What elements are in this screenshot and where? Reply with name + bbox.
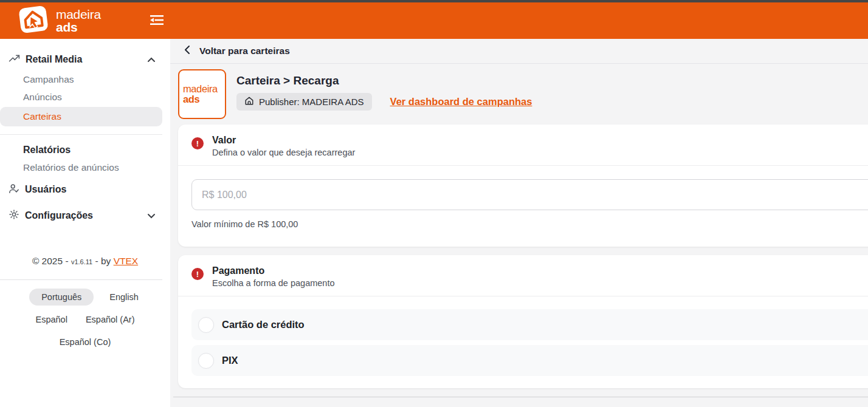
amount-helper-text: Valor mínimo de R$ 100,00 (191, 219, 868, 229)
page-header: madeira ads Carteira > Recarga (178, 69, 868, 119)
main-content: Voltar para carteiras madeira ads Cartei… (170, 39, 868, 407)
publisher-badge-label: Publisher: MADEIRA ADS (259, 97, 364, 107)
sidebar-item-label: Usuários (25, 184, 156, 195)
sidebar-item-label: Configurações (25, 210, 147, 221)
page-title: Carteira > Recarga (236, 74, 532, 87)
brand-name-line2: ads (56, 21, 101, 33)
sidebar-item-label: Retail Media (26, 54, 147, 65)
sidebar: Retail Media Campanhas Anúncios Carteira… (0, 39, 170, 407)
sidebar-divider (0, 134, 162, 135)
error-exclamation-icon: ! (191, 268, 204, 280)
radio-button[interactable] (198, 353, 214, 369)
publisher-logo-line1: madeira (183, 84, 225, 94)
language-button-english[interactable]: English (107, 289, 141, 306)
publisher-badge: Publisher: MADEIRA ADS (236, 93, 372, 111)
copyright-text: © 2025 - (32, 256, 69, 266)
language-button-portugues[interactable]: Português (29, 289, 94, 306)
payment-option-pix[interactable]: PIX (191, 345, 868, 376)
language-button-espanol-co[interactable]: Español (Co) (57, 333, 114, 351)
pagamento-section-subtitle: Escolha a forma de pagamento (212, 278, 335, 288)
chevron-left-icon (184, 45, 190, 57)
app-header: madeira ads (0, 2, 868, 39)
publisher-logo-line2: ads (183, 94, 225, 104)
payment-option-label: Cartão de crédito (222, 319, 305, 330)
collapse-menu-icon (148, 20, 165, 29)
brand-logo[interactable]: madeira ads (17, 4, 101, 37)
content-bottom-divider (173, 397, 868, 397)
radio-button[interactable] (198, 317, 214, 333)
vtex-link[interactable]: VTEX (114, 256, 138, 266)
payment-option-credit-card[interactable]: Cartão de crédito (191, 309, 868, 340)
valor-section-card: ! Valor Defina o valor que deseja recarr… (178, 125, 868, 247)
sidebar-item-retail-media[interactable]: Retail Media (0, 51, 170, 68)
sidebar-footer: © 2025 - v1.6.11 - by VTEX (0, 256, 170, 267)
publisher-logo: madeira ads (178, 69, 226, 119)
sidebar-item-anuncios[interactable]: Anúncios (0, 89, 170, 105)
trending-up-icon (9, 53, 20, 66)
valor-section-title: Valor (212, 135, 355, 146)
language-divider (0, 279, 162, 280)
by-text: - by (95, 256, 111, 266)
language-switcher: Português English Español Español (Ar) E… (9, 289, 161, 351)
language-button-espanol[interactable]: Español (33, 311, 70, 328)
pagamento-section-header: ! Pagamento Escolha a forma de pagamento (178, 255, 868, 296)
chevron-down-icon (147, 210, 156, 221)
brand-name-line1: madeira (56, 8, 101, 21)
amount-input[interactable] (191, 179, 868, 210)
gear-icon (9, 209, 19, 222)
payment-option-label: PIX (222, 355, 238, 366)
madeira-house-logo-icon (17, 4, 50, 37)
pagamento-section-card: ! Pagamento Escolha a forma de pagamento… (178, 255, 868, 388)
home-icon (244, 96, 254, 108)
back-link[interactable]: Voltar para carteiras (199, 46, 290, 56)
valor-section-header: ! Valor Defina o valor que deseja recarr… (178, 125, 868, 166)
pagamento-section-title: Pagamento (212, 265, 335, 276)
sidebar-item-relatorios-anuncios[interactable]: Relatórios de anúncios (0, 160, 170, 176)
valor-section-subtitle: Defina o valor que deseja recarregar (212, 148, 355, 157)
sidebar-item-usuarios[interactable]: Usuários (0, 181, 170, 198)
sidebar-collapse-button[interactable] (148, 13, 166, 29)
sidebar-item-carteiras[interactable]: Carteiras (0, 107, 162, 126)
dashboard-link[interactable]: Ver dashboard de campanhas (390, 96, 532, 108)
app-window: madeira ads (0, 0, 868, 407)
user-check-icon (9, 183, 19, 196)
back-bar: Voltar para carteiras (170, 39, 868, 64)
chevron-up-icon (147, 54, 156, 65)
sidebar-item-campanhas[interactable]: Campanhas (0, 72, 170, 87)
language-button-espanol-ar[interactable]: Español (Ar) (83, 311, 137, 328)
sidebar-item-configuracoes[interactable]: Configurações (0, 207, 170, 224)
version-text: v1.6.11 (71, 258, 92, 265)
sidebar-item-relatorios[interactable]: Relatórios (0, 143, 170, 157)
error-exclamation-icon: ! (191, 137, 204, 149)
